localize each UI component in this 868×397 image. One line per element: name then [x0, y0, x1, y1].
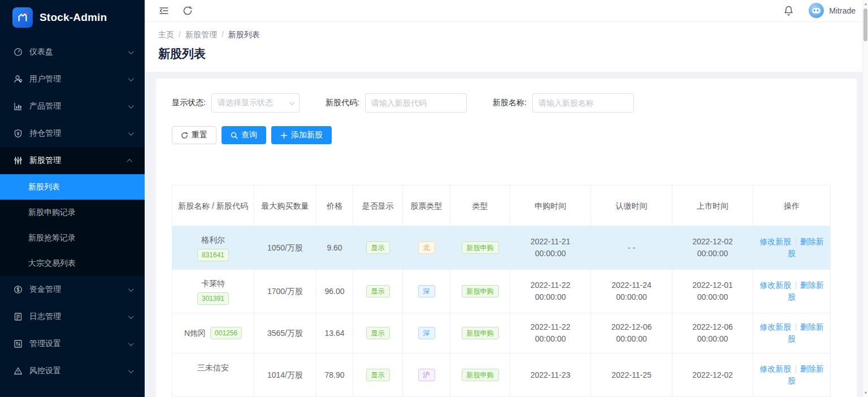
- price-value: 13.64: [316, 313, 353, 353]
- chevron-down-icon: [128, 313, 134, 319]
- sidebar-item-logs[interactable]: 日志管理: [0, 303, 145, 330]
- chart-icon: [14, 102, 23, 111]
- market-badge: 北: [418, 241, 435, 254]
- reload-icon[interactable]: [182, 5, 193, 16]
- filter-code-group: 新股代码:: [326, 93, 467, 113]
- max-qty-value: 3565/万股: [254, 313, 316, 353]
- scrollbar-thumb[interactable]: [863, 8, 867, 41]
- chevron-down-icon: [128, 340, 134, 346]
- col-pay-time: 认缴时间: [591, 185, 672, 226]
- avatar[interactable]: [809, 3, 824, 18]
- vertical-scrollbar[interactable]: ▲ ▼: [862, 0, 868, 397]
- code-filter-label: 新股代码:: [326, 98, 359, 108]
- sidebar-subitem-label: 大宗交易列表: [28, 258, 76, 269]
- stock-code-badge: 831641: [197, 249, 229, 261]
- delete-ipo-link[interactable]: 删除新股: [788, 281, 824, 301]
- chevron-down-icon: [289, 100, 295, 105]
- chevron-down-icon: [128, 130, 134, 136]
- breadcrumb-ipo-management[interactable]: 新股管理: [185, 30, 217, 40]
- sidebar-item-funds[interactable]: 资金管理: [0, 276, 145, 303]
- list-date: 2022-12-02: [677, 236, 748, 248]
- edit-ipo-link[interactable]: 修改新股: [760, 237, 791, 246]
- page-title: 新股列表: [158, 46, 854, 62]
- reset-button-label: 重置: [192, 130, 207, 140]
- sidebar-subitem-label: 新股抢筹记录: [28, 233, 76, 243]
- col-name-code: 新股名称 / 新股代码: [172, 185, 254, 226]
- sidebar-item-label: 产品管理: [29, 101, 128, 111]
- code-input[interactable]: [365, 93, 467, 113]
- sidebar-subitem-block-trade-list[interactable]: 大宗交易列表: [0, 251, 145, 276]
- edit-ipo-link[interactable]: 修改新股: [760, 322, 791, 331]
- sidebar-subitem-ipo-apply-records[interactable]: 新股申购记录: [0, 200, 145, 225]
- market-badge: 沪: [418, 369, 435, 381]
- edit-ipo-link[interactable]: 修改新股: [760, 281, 791, 290]
- dollar-circle-icon: [14, 285, 23, 294]
- name-input[interactable]: [532, 93, 634, 113]
- chevron-down-icon: [128, 368, 134, 373]
- pay-date: 2022-12-06: [596, 321, 667, 333]
- pay-date: 2022-11-25: [596, 369, 667, 381]
- col-apply-time: 申购时间: [510, 185, 591, 226]
- menu-fold-icon[interactable]: [158, 5, 170, 16]
- stock-name: 卡莱特: [201, 278, 225, 290]
- sidebar-item-label: 管理设置: [29, 339, 128, 349]
- apply-time: 00:00:00: [515, 333, 586, 345]
- scroll-down-arrow[interactable]: ▼: [863, 390, 868, 396]
- reset-icon: [181, 132, 188, 139]
- logo-row[interactable]: Stock-Admin: [0, 0, 145, 35]
- delete-ipo-link[interactable]: 删除新股: [788, 237, 824, 258]
- sidebar-item-ipo-management[interactable]: 新股管理: [0, 147, 145, 174]
- sidebar-item-label: 资金管理: [29, 284, 128, 295]
- sidebar-item-positions[interactable]: 持仓管理: [0, 120, 145, 147]
- visible-badge: 显示: [366, 241, 390, 254]
- sidebar-menu: 仪表盘 用户管理 产品管理 持仓管理 新股管理: [0, 35, 145, 385]
- visible-badge: 显示: [366, 327, 390, 339]
- apply-date: 2022-11-22: [515, 279, 586, 291]
- list-date: 2022-12-06: [677, 321, 748, 333]
- max-qty-value: 1050/万股: [254, 226, 316, 270]
- max-qty-value: 1700/万股: [254, 270, 316, 313]
- reset-button[interactable]: 重置: [172, 126, 216, 144]
- market-badge: 深: [418, 327, 435, 339]
- app-title: Stock-Admin: [40, 11, 107, 24]
- breadcrumb-home[interactable]: 主页: [158, 30, 174, 40]
- sidebar-item-users[interactable]: 用户管理: [0, 66, 145, 93]
- user-name[interactable]: Mitrade: [829, 6, 856, 15]
- status-filter-label: 显示状态:: [172, 98, 206, 108]
- sidebar-subitem-ipo-list[interactable]: 新股列表: [0, 174, 145, 200]
- sidebar-item-products[interactable]: 产品管理: [0, 93, 145, 120]
- col-type: 类型: [450, 185, 510, 226]
- add-ipo-button[interactable]: 添加新股: [271, 126, 332, 144]
- op-divider: |: [795, 322, 797, 331]
- price-value: 96.00: [316, 270, 353, 313]
- ipo-table: 新股名称 / 新股代码 最大购买数量 价格 是否显示 股票类型 类型 申购时间 …: [172, 185, 831, 397]
- query-button[interactable]: 查询: [222, 126, 266, 144]
- delete-ipo-link[interactable]: 删除新股: [788, 364, 824, 385]
- max-qty-value: 1014/万股: [254, 353, 316, 397]
- edit-ipo-link[interactable]: 修改新股: [760, 364, 791, 373]
- status-select[interactable]: 请选择显示状态: [211, 93, 300, 113]
- sidebar-item-risk-settings[interactable]: 风控设置: [0, 357, 145, 385]
- type-badge: 新股申购: [462, 285, 499, 297]
- table-row: N炜冈 001256 3565/万股 13.64 显示 深 新股申购 2022-…: [172, 313, 831, 353]
- page-head: 主页 / 新股管理 / 新股列表 新股列表: [145, 22, 868, 72]
- pay-time: 00:00:00: [596, 333, 667, 345]
- main-area: Mitrade 主页 / 新股管理 / 新股列表 新股列表 显示状态: 请选择显…: [145, 0, 868, 397]
- scroll-up-arrow[interactable]: ▲: [863, 1, 868, 7]
- stock-name: N炜冈: [184, 327, 206, 339]
- delete-ipo-link[interactable]: 删除新股: [788, 322, 824, 343]
- sidebar-subitem-ipo-grab-records[interactable]: 新股抢筹记录: [0, 225, 145, 251]
- sliders-icon: [14, 156, 23, 165]
- table-body: 格利尔 831641 1050/万股 9.60 显示 北 新股申购 2022-1…: [172, 226, 831, 397]
- breadcrumb-separator: /: [179, 30, 181, 40]
- market-badge: 深: [418, 285, 435, 297]
- filter-name-group: 新股名称:: [493, 93, 634, 113]
- list-time: 00:00:00: [677, 333, 748, 345]
- topbar-right: Mitrade: [783, 3, 856, 18]
- bell-icon[interactable]: [783, 5, 794, 16]
- sidebar-item-admin-settings[interactable]: 管理设置: [0, 330, 145, 357]
- sidebar-item-dashboard[interactable]: 仪表盘: [0, 38, 145, 66]
- chevron-down-icon: [128, 76, 134, 81]
- sidebar-subitem-label: 新股列表: [28, 182, 60, 192]
- shield-yen-icon: [14, 129, 23, 138]
